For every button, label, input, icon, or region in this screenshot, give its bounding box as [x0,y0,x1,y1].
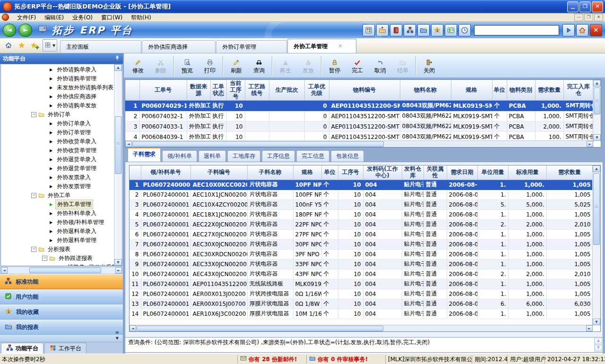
column-header[interactable]: 单位用量 [477,165,508,180]
column-header[interactable]: 单位 [492,80,507,101]
brush-toolbar-button[interactable]: 刷新 [225,54,248,77]
tree-item[interactable]: ▶外协发票管理 [1,182,114,191]
platform-tab[interactable]: 功能平台 [1,343,43,354]
scroll-thumb[interactable] [593,173,600,245]
document-tab[interactable]: 主控面板 [60,40,141,53]
grid-vertical-scrollbar[interactable]: ▲ ▼ [592,165,600,325]
detail-tab[interactable]: 子料需求 [128,147,161,162]
tab-close-icon[interactable]: ✕ [338,40,342,52]
column-header[interactable]: 物料类别 [507,80,535,101]
table-row[interactable]: 13PL06072400001AER00X015J00700厚膜片状电阻器0Ω … [130,299,593,309]
scroll-down-icon[interactable]: ▼ [593,319,600,325]
new-mail-status[interactable]: 你有 28 份新邮件! [237,355,300,364]
table-row[interactable]: 4PL06072400001AEC18X1JCN00200片状电容器180PF … [130,209,593,219]
table-row[interactable]: 3P006074033-1外协加工执行100AEP011043512200-SM… [125,121,593,132]
column-header[interactable]: 关联属性 [424,165,447,180]
scroll-down-icon[interactable]: ▼ [595,345,602,352]
add-favorite-icon[interactable]: ★✚ [29,39,41,52]
column-header[interactable] [130,165,141,180]
table-row[interactable]: 1PL06072400001AEC10X0KCC00200片状电容器10PF N… [130,180,593,190]
menu-item[interactable]: 帮助(H) [127,13,155,22]
column-header[interactable]: 数据来源 [187,80,210,101]
column-header[interactable]: 发料码(工作中心) [363,165,402,180]
tree-item[interactable]: ▶外协领/补料单管理 [1,218,114,227]
scroll-right-icon[interactable]: ► [115,267,122,274]
detail-tab[interactable]: 包装信息 [331,150,364,162]
open-icon[interactable] [376,24,389,36]
menu-item[interactable]: 文件(F) [13,13,40,22]
org-icon[interactable] [404,24,416,36]
view-layout-button[interactable]: ▼ [43,39,57,52]
detail-tab[interactable]: 工地库存 [227,150,260,162]
detail-tab[interactable]: 完工信息 [296,150,329,162]
tree-item[interactable]: ▶外协退料单管理 [1,236,114,245]
tree-item[interactable]: ▶外协请购单发放 [1,101,114,110]
preview-toolbar-button[interactable]: 预览 [176,54,199,77]
scroll-right-icon[interactable]: ► [586,325,593,331]
table-row[interactable]: 11PL06072400001AEP011043512200无线鼠线路板MLK0… [130,279,593,289]
more-buttons-chevron[interactable]: »▼ [115,329,119,341]
folder-add-icon[interactable] [417,24,430,36]
platform-tab[interactable]: 工作平台 [44,343,86,354]
column-header[interactable]: 规格 [293,165,321,180]
tree-item[interactable]: ▶外协收货单录入 [1,137,114,146]
close-button[interactable] [592,1,603,12]
tree-item[interactable]: ▶外协退货单录入 [1,155,114,164]
home-icon[interactable] [2,39,15,52]
table-row[interactable]: 1P006074029-1外协加工执行100AEP011043512200-SM… [125,101,593,111]
scroll-up-icon[interactable]: ▲ [114,64,122,71]
table-row[interactable]: 2PL06072400001AEC10X1JCN00200片状电容器100PF … [130,190,593,199]
scroll-left-icon[interactable]: ◄ [130,325,136,331]
tree-item[interactable]: −外协工单 [1,191,114,200]
column-header[interactable]: 标准用量 [508,165,546,180]
scroll-down-icon[interactable]: ▼ [114,259,122,266]
column-header[interactable]: 子料编号 [190,165,247,180]
menu-item[interactable]: 业务(O) [68,13,97,22]
tree-item[interactable]: ▶外协补料单录入 [1,209,114,218]
tree-item-selected[interactable]: ▶外协工单管理 [1,200,114,209]
grid-horizontal-scrollbar[interactable]: ◄ ► [125,140,593,147]
back-button[interactable]: ◄ [3,24,16,37]
tree-item[interactable]: ▶外协请购单录入 [1,65,114,74]
scroll-up-icon[interactable]: ▲ [595,338,602,345]
column-header[interactable]: 规格 [451,80,492,101]
forward-button[interactable]: ► [19,24,32,37]
tree-item[interactable]: ▶请购单--已发出采购 [1,263,114,266]
table-row[interactable]: 6PL06072400001AEC27X0JCN00200片状电容器27PF N… [130,229,593,239]
sidebar-section-用户功能[interactable]: 用户功能 [0,289,123,304]
home-orange-button[interactable] [576,24,588,36]
tree-item[interactable]: −分析报表 [1,245,114,254]
column-header[interactable]: 工单号 [139,80,187,101]
tree-item[interactable]: ▶外协订单录入 [1,119,114,128]
grid-vertical-scrollbar[interactable]: ▲ ▼ [593,80,601,141]
table-row[interactable]: 7PL06072400001AEC30X0JCN00200片状电容器30PF N… [130,239,593,249]
collapse-icon[interactable]: − [31,112,36,117]
collapse-icon[interactable]: − [31,193,36,198]
table-row[interactable]: 3PL06072400001AEC10X4ZCY00200片状电容器100nF … [130,199,593,209]
scroll-up-icon[interactable]: ▲ [593,165,600,172]
detail-tab[interactable]: 退料单 [199,150,226,162]
restore-button[interactable] [579,1,591,12]
table-row[interactable]: 8PL06072400001AEC30XRDCN00200片状电容器3PF NP… [130,249,593,259]
mdi-minimize-button[interactable]: — [574,14,583,21]
column-header[interactable]: 单位 [321,165,338,180]
star-badge-icon[interactable]: 1 [431,24,443,36]
mdi-restore-button[interactable]: ❐ [584,14,593,21]
detail-tab[interactable]: 工序信息 [262,150,295,162]
favorites-star-icon[interactable]: ★ [16,39,28,52]
column-header[interactable] [125,80,139,101]
column-header[interactable]: 工序号 [338,165,363,180]
table-row[interactable]: 14PL06072400001AER10X6J3C00200厚膜片状电阻器10M… [130,309,593,319]
clock-icon[interactable] [458,24,471,36]
collapse-icon[interactable]: − [42,256,47,261]
tree-item[interactable]: ▶外协收货单管理 [1,146,114,155]
scroll-thumb[interactable] [137,326,383,331]
minimize-button[interactable] [567,1,579,12]
scroll-left-icon[interactable]: ◄ [125,141,132,147]
contact-icon[interactable] [445,24,457,36]
mdi-close-button[interactable]: ✕ [594,14,603,21]
tree-item[interactable]: −外协跟进报表 [1,254,114,263]
audit-status[interactable]: 你有 0 件审核事务! [306,355,378,364]
notes-icon[interactable] [390,24,402,36]
table-row[interactable]: 12PL06072400001AER00X013J00200片状跨接电阻器0Ω … [130,289,593,299]
